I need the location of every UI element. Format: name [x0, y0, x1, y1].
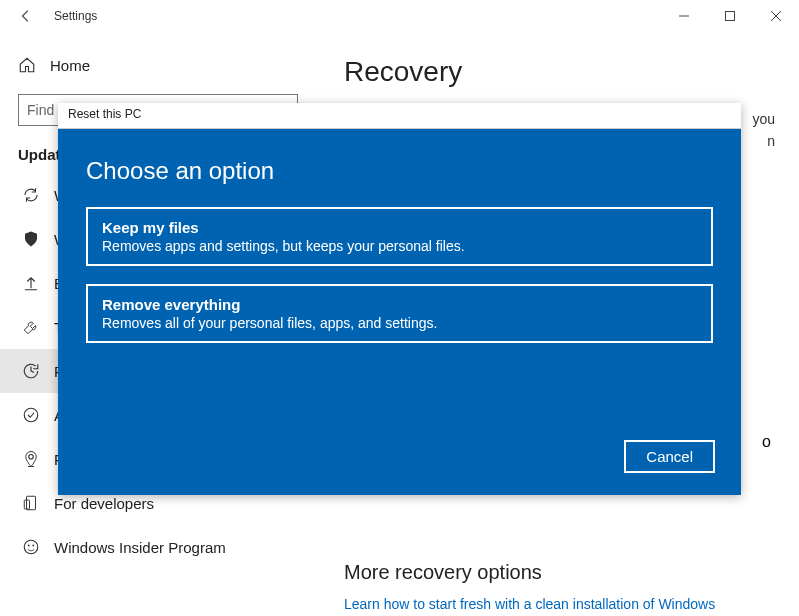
cancel-button[interactable]: Cancel — [624, 440, 715, 473]
svg-point-8 — [24, 540, 38, 554]
sidebar-item-label: Windows Insider Program — [54, 539, 226, 556]
option-desc: Removes all of your personal files, apps… — [102, 315, 697, 331]
sidebar-item-label: For developers — [54, 495, 154, 512]
backup-icon — [22, 274, 40, 292]
recovery-icon — [22, 362, 40, 380]
svg-point-10 — [32, 545, 34, 547]
check-icon — [22, 406, 40, 424]
window-titlebar: Settings — [0, 0, 799, 32]
maximize-icon — [725, 11, 735, 21]
home-icon — [18, 56, 36, 74]
page-title: Recovery — [344, 56, 775, 88]
svg-point-9 — [28, 545, 30, 547]
option-desc: Removes apps and settings, but keeps you… — [102, 238, 697, 254]
partial-text: n — [767, 133, 775, 149]
back-arrow-icon — [19, 9, 33, 23]
dialog-footer: Cancel — [624, 440, 715, 473]
svg-rect-6 — [27, 496, 36, 510]
reset-pc-dialog: Reset this PC Choose an option Keep my f… — [58, 103, 741, 495]
sidebar-home[interactable]: Home — [18, 50, 320, 80]
insider-icon — [22, 538, 40, 556]
option-title: Keep my files — [102, 219, 697, 236]
sync-icon — [22, 186, 40, 204]
option-keep-files[interactable]: Keep my files Removes apps and settings,… — [86, 207, 713, 266]
close-icon — [771, 11, 781, 21]
location-icon — [22, 450, 40, 468]
dialog-title: Choose an option — [86, 157, 713, 185]
option-title: Remove everything — [102, 296, 697, 313]
wrench-icon — [22, 318, 40, 336]
more-options-heading: More recovery options — [344, 561, 775, 584]
minimize-icon — [679, 11, 689, 21]
window-title: Settings — [54, 9, 97, 23]
dialog-body: Choose an option Keep my files Removes a… — [58, 129, 741, 495]
close-button[interactable] — [753, 0, 799, 32]
window-controls — [661, 0, 799, 32]
sidebar-item-insider[interactable]: Windows Insider Program — [18, 525, 320, 569]
back-button[interactable] — [12, 2, 40, 30]
body-text: you n — [735, 108, 775, 153]
dialog-header: Reset this PC — [58, 103, 741, 129]
partial-text: you — [752, 111, 775, 127]
svg-rect-1 — [726, 12, 735, 21]
sidebar-home-label: Home — [50, 57, 90, 74]
svg-point-5 — [29, 455, 34, 460]
shield-icon — [22, 230, 40, 248]
option-remove-everything[interactable]: Remove everything Removes all of your pe… — [86, 284, 713, 343]
svg-point-4 — [24, 408, 38, 422]
maximize-button[interactable] — [707, 0, 753, 32]
fresh-start-link[interactable]: Learn how to start fresh with a clean in… — [344, 596, 775, 612]
minimize-button[interactable] — [661, 0, 707, 32]
developer-icon — [22, 494, 40, 512]
